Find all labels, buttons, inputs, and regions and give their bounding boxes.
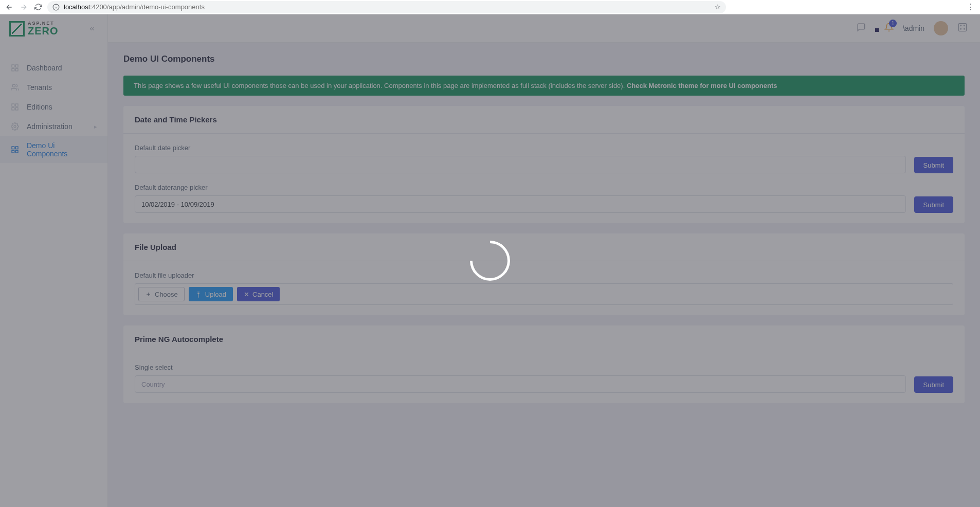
browser-toolbar: localhost:4200/app/admin/demo-ui-compone… (0, 0, 980, 14)
spinner-icon (462, 232, 518, 289)
loading-overlay (0, 14, 980, 507)
bookmark-icon[interactable]: ☆ (715, 3, 721, 11)
address-bar[interactable]: localhost:4200/app/admin/demo-ui-compone… (47, 1, 726, 13)
url-text: localhost:4200/app/admin/demo-ui-compone… (64, 3, 205, 11)
forward-button[interactable] (19, 2, 29, 12)
reload-button[interactable] (33, 2, 43, 12)
back-button[interactable] (4, 2, 14, 12)
info-icon (52, 4, 60, 11)
browser-menu-button[interactable]: ⋮ (966, 2, 976, 12)
